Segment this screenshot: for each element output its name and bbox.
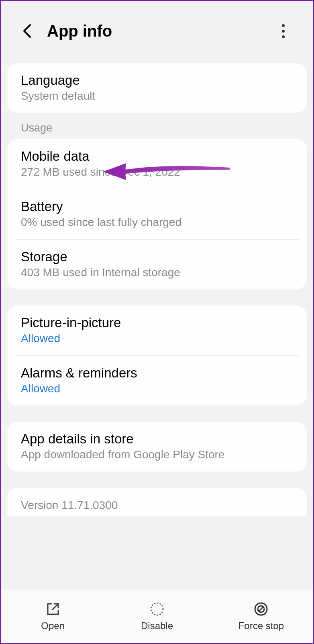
pip-title: Picture-in-picture <box>21 315 293 330</box>
storage-title: Storage <box>21 249 293 265</box>
disable-icon <box>149 601 165 617</box>
store-title: App details in store <box>21 431 293 447</box>
storage-item[interactable]: Storage 403 MB used in Internal storage <box>7 240 307 289</box>
bottom-bar: Open Disable Force stop <box>1 589 313 643</box>
language-sub: System default <box>21 90 293 103</box>
force-stop-label: Force stop <box>239 620 284 632</box>
pip-item[interactable]: Picture-in-picture Allowed <box>7 306 307 355</box>
version-text: Version 11.71.0300 <box>21 499 293 512</box>
open-label: Open <box>41 620 65 632</box>
svg-line-3 <box>259 607 263 611</box>
usage-section-header: Usage <box>1 113 313 139</box>
language-title: Language <box>21 73 293 88</box>
pip-sub: Allowed <box>21 332 293 345</box>
alarms-title: Alarms & reminders <box>21 365 293 381</box>
mobile-data-item[interactable]: Mobile data 272 MB used since Dec 1, 202… <box>7 139 307 189</box>
storage-sub: 403 MB used in Internal storage <box>21 266 293 279</box>
usage-card: Mobile data 272 MB used since Dec 1, 202… <box>7 139 307 289</box>
mobile-data-title: Mobile data <box>21 149 293 164</box>
store-sub: App downloaded from Google Play Store <box>21 448 293 461</box>
open-button[interactable]: Open <box>1 589 105 643</box>
battery-title: Battery <box>21 199 293 214</box>
perms-card: Picture-in-picture Allowed Alarms & remi… <box>7 306 307 406</box>
force-stop-button[interactable]: Force stop <box>209 589 313 643</box>
battery-item[interactable]: Battery 0% used since last fully charged <box>7 189 307 239</box>
disable-label: Disable <box>141 620 173 632</box>
language-item[interactable]: Language System default <box>7 63 307 113</box>
store-card: App details in store App downloaded from… <box>7 422 307 472</box>
page-title: App info <box>47 22 275 40</box>
version-card: Version 11.71.0300 <box>7 488 307 516</box>
open-icon <box>45 601 61 617</box>
force-stop-icon <box>253 601 269 617</box>
alarms-sub: Allowed <box>21 382 293 395</box>
more-options-icon[interactable] <box>275 23 291 39</box>
store-item[interactable]: App details in store App downloaded from… <box>7 422 307 472</box>
svg-point-0 <box>151 603 163 615</box>
back-icon[interactable] <box>19 23 35 39</box>
mobile-data-sub: 272 MB used since Dec 1, 2022 <box>21 166 293 178</box>
alarms-item[interactable]: Alarms & reminders Allowed <box>7 356 307 406</box>
disable-button[interactable]: Disable <box>105 589 209 643</box>
language-card: Language System default <box>7 63 307 113</box>
header: App info <box>1 1 313 57</box>
battery-sub: 0% used since last fully charged <box>21 216 293 229</box>
